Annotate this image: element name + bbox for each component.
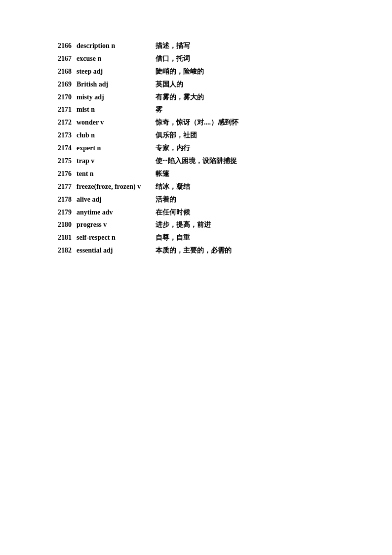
vocab-entry: 2177 freeze(froze, frozen) v 结冰，凝结	[58, 180, 362, 193]
entry-number: 2175	[58, 155, 77, 168]
entry-number: 2182	[58, 244, 77, 257]
entry-word: trap v	[77, 155, 156, 168]
entry-word: freeze(froze, frozen) v	[77, 180, 156, 193]
entry-word: wonder v	[77, 116, 156, 129]
vocab-entry: 2175 trap v 使···陷入困境，设陷阱捕捉	[58, 155, 362, 168]
vocab-entry: 2181 self-respect n 自尊，自重	[58, 231, 362, 244]
entry-number: 2179	[58, 206, 77, 219]
vocab-entry: 2174 expert n 专家，内行	[58, 142, 362, 155]
vocab-entry: 2169 British adj 英国人的	[58, 78, 362, 91]
entry-number: 2166	[58, 40, 77, 52]
entry-number: 2178	[58, 193, 77, 206]
entry-word: essential adj	[77, 244, 156, 257]
entry-definition: 进步，提高，前进	[156, 218, 211, 231]
entry-number: 2171	[58, 103, 77, 116]
entry-definition: 雾	[156, 103, 162, 116]
entry-definition: 描述，描写	[156, 40, 190, 52]
vocab-entry: 2173 club n 俱乐部，社团	[58, 129, 362, 142]
entry-word: progress v	[77, 218, 156, 231]
entry-number: 2176	[58, 168, 77, 180]
entry-definition: 借口，托词	[156, 52, 190, 65]
entry-number: 2180	[58, 218, 77, 231]
vocabulary-list: 2166 description n 描述，描写2167 excuse n 借口…	[58, 40, 362, 257]
entry-word: expert n	[77, 142, 156, 155]
entry-word: British adj	[77, 78, 156, 91]
entry-word: description n	[77, 40, 156, 52]
vocab-entry: 2180 progress v 进步，提高，前进	[58, 218, 362, 231]
entry-definition: 惊奇，惊讶（对....）感到怀	[156, 116, 238, 129]
vocab-entry: 2168 steep adj 陡峭的，险峻的	[58, 65, 362, 78]
entry-definition: 活着的	[156, 193, 176, 206]
entry-definition: 专家，内行	[156, 142, 190, 155]
vocab-entry: 2178 alive adj 活着的	[58, 193, 362, 206]
vocab-entry: 2182 essential adj 本质的，主要的，必需的	[58, 244, 362, 257]
vocab-entry: 2167 excuse n 借口，托词	[58, 52, 362, 65]
entry-definition: 本质的，主要的，必需的	[156, 244, 232, 257]
entry-number: 2173	[58, 129, 77, 142]
entry-word: misty adj	[77, 91, 156, 104]
entry-number: 2167	[58, 52, 77, 65]
vocab-entry: 2172 wonder v 惊奇，惊讶（对....）感到怀	[58, 116, 362, 129]
entry-number: 2168	[58, 65, 77, 78]
entry-definition: 在任何时候	[156, 206, 190, 219]
entry-word: self-respect n	[77, 231, 156, 244]
entry-definition: 陡峭的，险峻的	[156, 65, 204, 78]
entry-definition: 英国人的	[156, 78, 183, 91]
entry-word: club n	[77, 129, 156, 142]
entry-word: anytime adv	[77, 206, 156, 219]
entry-number: 2172	[58, 116, 77, 129]
vocab-entry: 2171 mist n 雾	[58, 103, 362, 116]
entry-word: excuse n	[77, 52, 156, 65]
entry-number: 2170	[58, 91, 77, 104]
entry-definition: 结冰，凝结	[156, 180, 190, 193]
entry-word: mist n	[77, 103, 156, 116]
entry-word: tent n	[77, 168, 156, 180]
entry-number: 2177	[58, 180, 77, 193]
vocab-entry: 2170 misty adj 有雾的，雾大的	[58, 91, 362, 104]
entry-definition: 自尊，自重	[156, 231, 190, 244]
entry-word: alive adj	[77, 193, 156, 206]
vocab-entry: 2176 tent n 帐篷	[58, 168, 362, 180]
vocab-entry: 2166 description n 描述，描写	[58, 40, 362, 52]
entry-number: 2169	[58, 78, 77, 91]
entry-definition: 俱乐部，社团	[156, 129, 197, 142]
entry-definition: 有雾的，雾大的	[156, 91, 204, 104]
entry-number: 2181	[58, 231, 77, 244]
entry-definition: 使···陷入困境，设陷阱捕捉	[156, 155, 237, 168]
entry-word: steep adj	[77, 65, 156, 78]
entry-number: 2174	[58, 142, 77, 155]
vocab-entry: 2179 anytime adv 在任何时候	[58, 206, 362, 219]
entry-definition: 帐篷	[156, 168, 169, 180]
